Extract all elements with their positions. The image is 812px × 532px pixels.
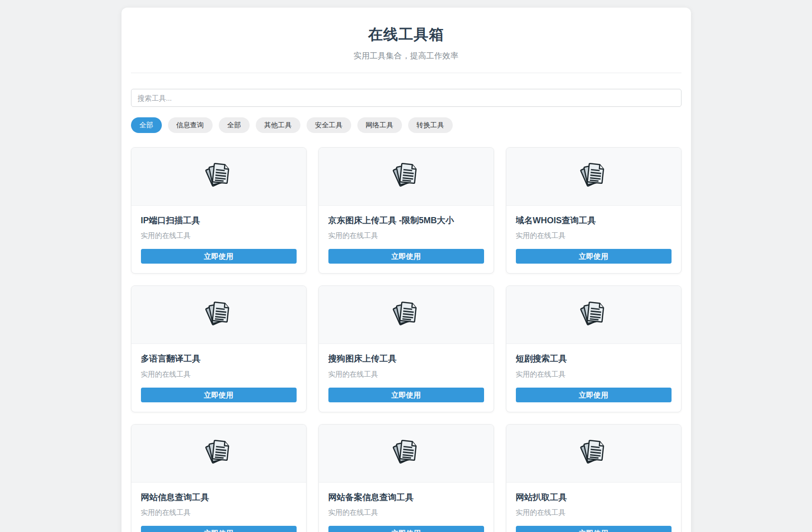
page-subtitle: 实用工具集合，提高工作效率 xyxy=(131,50,681,61)
use-now-button[interactable]: 立即使用 xyxy=(328,249,484,264)
card-description: 实用的在线工具 xyxy=(328,231,484,240)
search-input[interactable] xyxy=(131,89,681,107)
tool-card: 网站信息查询工具 实用的在线工具 立即使用 xyxy=(131,424,307,532)
card-icon-area xyxy=(131,286,306,344)
use-now-button[interactable]: 立即使用 xyxy=(516,249,672,264)
use-now-button[interactable]: 立即使用 xyxy=(328,526,484,532)
card-title: 网站扒取工具 xyxy=(516,492,672,503)
tool-card: 域名WHOIS查询工具 实用的在线工具 立即使用 xyxy=(506,147,681,274)
use-now-button[interactable]: 立即使用 xyxy=(141,249,297,264)
tool-card: IP端口扫描工具 实用的在线工具 立即使用 xyxy=(131,147,307,274)
documents-icon xyxy=(579,437,608,469)
documents-icon xyxy=(392,437,421,469)
card-icon-area xyxy=(319,286,494,344)
card-body: 短剧搜索工具 实用的在线工具 立即使用 xyxy=(506,344,681,412)
card-icon-area xyxy=(506,425,681,483)
page-header: 在线工具箱 实用工具集合，提高工作效率 xyxy=(131,25,681,73)
card-body: IP端口扫描工具 实用的在线工具 立即使用 xyxy=(131,206,306,274)
use-now-button[interactable]: 立即使用 xyxy=(516,526,672,532)
card-icon-area xyxy=(131,148,306,206)
card-body: 网站信息查询工具 实用的在线工具 立即使用 xyxy=(131,483,306,532)
documents-icon xyxy=(579,161,608,192)
card-description: 实用的在线工具 xyxy=(328,508,484,517)
use-now-button[interactable]: 立即使用 xyxy=(141,388,297,402)
use-now-button[interactable]: 立即使用 xyxy=(141,526,297,532)
documents-icon xyxy=(204,437,233,469)
filter-pill[interactable]: 全部 xyxy=(219,117,250,133)
card-title: IP端口扫描工具 xyxy=(141,215,297,226)
card-icon-area xyxy=(319,148,494,206)
documents-icon xyxy=(579,299,608,331)
search-bar xyxy=(131,89,681,107)
documents-icon xyxy=(392,299,421,331)
card-title: 多语言翻译工具 xyxy=(141,353,297,364)
card-icon-area xyxy=(506,286,681,344)
card-title: 京东图床上传工具 -限制5MB大小 xyxy=(328,215,484,226)
filter-pill[interactable]: 转换工具 xyxy=(408,117,453,133)
card-description: 实用的在线工具 xyxy=(141,231,297,240)
main-panel: 在线工具箱 实用工具集合，提高工作效率 全部信息查询全部其他工具安全工具网络工具… xyxy=(121,8,691,532)
card-title: 搜狗图床上传工具 xyxy=(328,353,484,364)
filter-pill[interactable]: 全部 xyxy=(131,117,162,133)
card-description: 实用的在线工具 xyxy=(516,370,672,379)
documents-icon xyxy=(204,299,233,331)
filter-pill[interactable]: 网络工具 xyxy=(357,117,402,133)
card-title: 短剧搜索工具 xyxy=(516,353,672,364)
card-body: 多语言翻译工具 实用的在线工具 立即使用 xyxy=(131,344,306,412)
tool-card: 京东图床上传工具 -限制5MB大小 实用的在线工具 立即使用 xyxy=(318,147,494,274)
use-now-button[interactable]: 立即使用 xyxy=(516,388,672,402)
tool-card: 网站备案信息查询工具 实用的在线工具 立即使用 xyxy=(318,424,494,532)
card-title: 域名WHOIS查询工具 xyxy=(516,215,672,226)
card-description: 实用的在线工具 xyxy=(141,370,297,379)
card-icon-area xyxy=(131,425,306,483)
card-body: 网站扒取工具 实用的在线工具 立即使用 xyxy=(506,483,681,532)
tool-card: 短剧搜索工具 实用的在线工具 立即使用 xyxy=(506,285,681,412)
filter-pill-row: 全部信息查询全部其他工具安全工具网络工具转换工具 xyxy=(131,117,681,133)
filter-pill[interactable]: 信息查询 xyxy=(168,117,213,133)
filter-pill[interactable]: 安全工具 xyxy=(307,117,351,133)
tool-card-grid: IP端口扫描工具 实用的在线工具 立即使用 xyxy=(131,147,681,532)
card-description: 实用的在线工具 xyxy=(141,508,297,517)
card-body: 域名WHOIS查询工具 实用的在线工具 立即使用 xyxy=(506,206,681,274)
documents-icon xyxy=(392,161,421,192)
card-body: 网站备案信息查询工具 实用的在线工具 立即使用 xyxy=(319,483,494,532)
card-icon-area xyxy=(319,425,494,483)
filter-pill[interactable]: 其他工具 xyxy=(256,117,300,133)
card-body: 搜狗图床上传工具 实用的在线工具 立即使用 xyxy=(319,344,494,412)
card-description: 实用的在线工具 xyxy=(328,370,484,379)
card-title: 网站信息查询工具 xyxy=(141,492,297,503)
card-description: 实用的在线工具 xyxy=(516,231,672,240)
tool-card: 搜狗图床上传工具 实用的在线工具 立即使用 xyxy=(318,285,494,412)
use-now-button[interactable]: 立即使用 xyxy=(328,388,484,402)
card-body: 京东图床上传工具 -限制5MB大小 实用的在线工具 立即使用 xyxy=(319,206,494,274)
documents-icon xyxy=(204,161,233,192)
tool-card: 网站扒取工具 实用的在线工具 立即使用 xyxy=(506,424,681,532)
page-title: 在线工具箱 xyxy=(131,25,681,45)
card-icon-area xyxy=(506,148,681,206)
tool-card: 多语言翻译工具 实用的在线工具 立即使用 xyxy=(131,285,307,412)
card-description: 实用的在线工具 xyxy=(516,508,672,517)
card-title: 网站备案信息查询工具 xyxy=(328,492,484,503)
